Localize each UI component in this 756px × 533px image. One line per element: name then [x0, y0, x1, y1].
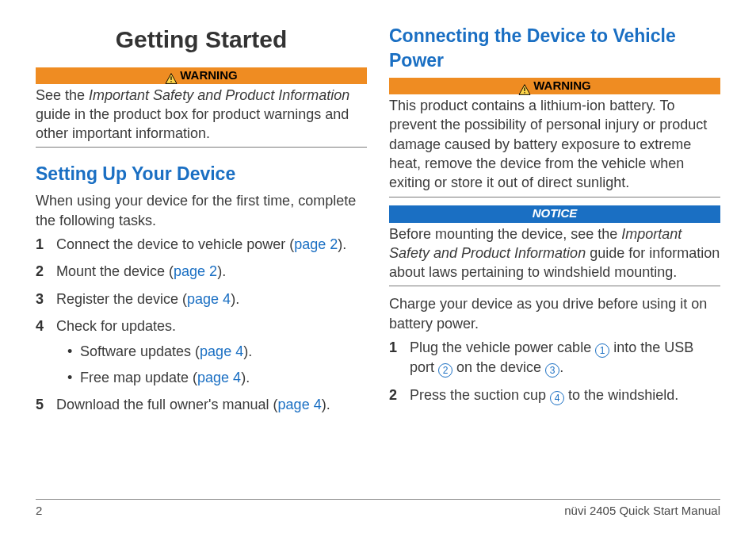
warning-label: WARNING	[180, 67, 238, 83]
warning-triangle-icon	[518, 81, 531, 92]
step-5: Download the full owner's manual (page 4…	[36, 395, 367, 414]
page-link[interactable]: page 4	[187, 291, 231, 307]
warning-text-post: guide in the product box for product war…	[36, 106, 349, 141]
callout-4-icon: 4	[550, 391, 564, 405]
step-4-sublist: Software updates (page 4). Free map upda…	[56, 342, 367, 387]
page-link[interactable]: page 4	[197, 370, 241, 385]
notice-text-pre: Before mounting the device, see the	[389, 226, 621, 242]
callout-3-icon: 3	[545, 363, 559, 378]
step-4: Check for updates. Software updates (pag…	[36, 316, 367, 387]
setup-heading: Setting Up Your Device	[36, 162, 367, 186]
warning-text-pre: See the	[36, 87, 89, 103]
svg-rect-5	[525, 92, 525, 93]
charge-text: Charge your device as you drive before u…	[389, 294, 720, 333]
page-number: 2	[36, 503, 42, 519]
warning-text: This product contains a lithium-ion batt…	[389, 94, 720, 197]
notice-text: Before mounting the device, see the Impo…	[389, 223, 720, 287]
step-2: Mount the device (page 2).	[36, 262, 367, 281]
svg-rect-4	[525, 87, 525, 90]
sub-software-updates: Software updates (page 4).	[56, 342, 367, 361]
warning-bar: WARNING	[36, 67, 367, 84]
right-column: Connecting the Device to Vehicle Power W…	[389, 24, 720, 488]
svg-rect-1	[171, 76, 172, 79]
notice-label: NOTICE	[533, 205, 578, 221]
page-footer: 2 nüvi 2405 Quick Start Manual	[36, 499, 720, 519]
connect-step-2: Press the suction cup 4 to the windshiel…	[389, 385, 720, 405]
left-column: Getting Started WARNING See the Importan…	[36, 24, 367, 488]
page-link[interactable]: page 4	[200, 343, 243, 359]
setup-intro: When using your device for the first tim…	[36, 191, 367, 230]
connect-heading: Connecting the Device to Vehicle Power	[389, 24, 720, 73]
warning-bar: WARNING	[389, 78, 720, 94]
svg-rect-2	[171, 81, 172, 82]
warning-label: WARNING	[533, 78, 591, 94]
callout-1-icon: 1	[595, 343, 609, 358]
warning-text: See the Important Safety and Product Inf…	[36, 84, 367, 148]
connect-steps: Plug the vehicle power cable 1 into the …	[389, 338, 720, 405]
page-link[interactable]: page 2	[294, 236, 338, 252]
callout-2-icon: 2	[438, 363, 452, 378]
sub-map-update: Free map update (page 4).	[56, 368, 367, 387]
footer-title: nüvi 2405 Quick Start Manual	[564, 503, 720, 519]
step-3: Register the device (page 4).	[36, 290, 367, 309]
connect-step-1: Plug the vehicle power cable 1 into the …	[389, 338, 720, 378]
page-title: Getting Started	[36, 24, 367, 56]
setup-steps: Connect the device to vehicle power (pag…	[36, 235, 367, 414]
warning-triangle-icon	[165, 70, 178, 81]
warning-text-em: Important Safety and Product Information	[89, 87, 349, 103]
page-link[interactable]: page 2	[174, 263, 217, 279]
step-1: Connect the device to vehicle power (pag…	[36, 235, 367, 254]
page-link[interactable]: page 4	[278, 397, 322, 412]
notice-bar: NOTICE	[389, 205, 720, 223]
